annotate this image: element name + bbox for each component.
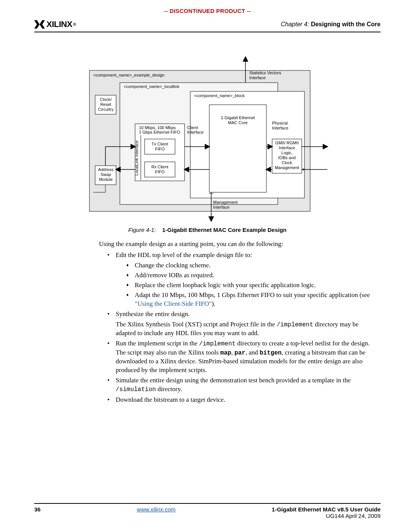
code-implement-dir: /implement: [199, 340, 236, 347]
label-rx-fifo: FIFO: [155, 169, 164, 174]
xilinx-logo: XILINX ®: [34, 19, 76, 29]
label-physical-interface: Interface: [272, 126, 288, 130]
label-example-design: <component_name>_example_design: [93, 73, 164, 77]
label-physical: Physical: [272, 121, 288, 125]
page-footer: 36 www.xilinx.com 1-Gigabit Ethernet MAC…: [34, 503, 381, 519]
svg-marker-0: [34, 20, 40, 29]
list-item: Change the clocking scheme.: [126, 261, 377, 270]
figure-title: 1-Gigabit Ethernet MAC Core Example Desi…: [162, 227, 287, 233]
list-item: Download the bitstream to a target devic…: [107, 396, 377, 404]
list-item-text: Adapt the 10 Mbps, 100 Mbps, 1 Gbps Ethe…: [135, 291, 370, 299]
label-clock: Clock/: [100, 97, 112, 102]
doc-id: UG144 April 24, 2009: [272, 513, 381, 519]
block-diagram: <component_name>_example_design Statisti…: [86, 55, 329, 223]
list-item-text: ,: [231, 349, 235, 356]
label-module: Module: [99, 177, 113, 182]
list-item-text: Change the clocking scheme.: [135, 262, 210, 269]
doc-title: 1-Gigabit Ethernet MAC v8.5 User Guide: [272, 506, 381, 513]
link-client-side-fifo[interactable]: "Using the Client-Side FIFO": [135, 300, 212, 307]
label-gmii-interface: Interface: [279, 145, 295, 150]
chapter-title: Designing with the Core: [311, 21, 381, 27]
list-item-text: Download the bitstream to a target devic…: [116, 396, 225, 403]
label-mac-core-l2: MAC Core: [228, 120, 247, 125]
list-item-text: Run the implement script in the: [116, 340, 199, 347]
label-mgmt: Management: [213, 200, 237, 204]
label-tx-fifo: FIFO: [155, 147, 164, 151]
label-mgmt-interface: Interface: [213, 205, 229, 209]
label-fifo-speed: 10 Mbps, 100 Mbps: [139, 125, 176, 130]
code-par: par: [234, 350, 245, 356]
page: -- DISCONTINUED PRODUCT -- XILINX ® Chap…: [0, 0, 411, 532]
code-map: map: [220, 350, 231, 356]
list-item: Add/remove IOBs as required.: [126, 271, 377, 280]
list-item: Run the implement script in the /impleme…: [107, 339, 377, 375]
list-item-text: Synthesize the entire design.: [116, 310, 190, 318]
page-number: 36: [34, 506, 41, 513]
label-locallink: <component_name>_locallink: [124, 84, 180, 89]
code-bitgen: bitgen: [260, 350, 282, 356]
code-simulation-dir: /simulation: [116, 386, 156, 393]
label-locallink-interface: LocalLink Interface: [134, 141, 139, 176]
code-implement-dir: /implement: [277, 321, 313, 328]
list-item: Adapt the 10 Mbps, 100 Mbps, 1 Gbps Ethe…: [126, 291, 377, 308]
xilinx-logo-text: XILINX: [46, 19, 72, 29]
figure-caption: Figure 4-1: 1-Gigabit Ethernet MAC Core …: [86, 227, 329, 233]
svg-marker-1: [40, 20, 45, 29]
label-gmii-logic: Logic,: [281, 150, 292, 155]
figure-label: Figure 4-1:: [128, 227, 156, 233]
list-item-text: Simulate the entire design using the dem…: [116, 377, 351, 384]
chapter-heading: Chapter 4: Designing with the Core: [281, 21, 381, 28]
label-rx-client: Rx Client: [151, 165, 169, 169]
label-client-interface: Interface: [187, 130, 204, 134]
label-gmii-mgmt: Management: [275, 165, 299, 170]
label-swap: Swap: [100, 172, 111, 177]
list-item-text: ).: [212, 300, 215, 307]
chapter-label: Chapter 4:: [281, 21, 309, 27]
discontinued-banner: -- DISCONTINUED PRODUCT --: [34, 8, 381, 14]
list-item-text: Add/remove IOBs as required.: [135, 272, 214, 279]
list-item-text: Replace the client loopback logic with y…: [135, 281, 316, 289]
list-item: Edit the HDL top level of the example de…: [107, 251, 377, 308]
xilinx-logo-icon: [34, 20, 45, 29]
label-gmii: GMII/ RGMII: [275, 141, 299, 145]
label-mac-core-l1: 1-Gigabit Ethernet: [221, 115, 255, 120]
sub-list: Change the clocking scheme. Add/remove I…: [116, 261, 377, 308]
label-block: <component_name>_block: [194, 93, 245, 98]
label-client: Client: [187, 125, 198, 130]
label-circuitry: Circuitry: [98, 107, 114, 112]
list-item: Synthesize the entire design. The Xilinx…: [107, 310, 377, 338]
label-stats-vectors: Statistics Vectors: [249, 70, 281, 75]
main-list: Edit the HDL top level of the example de…: [99, 251, 377, 404]
list-item-text: , and: [245, 349, 260, 356]
page-header: XILINX ® Chapter 4: Designing with the C…: [34, 19, 381, 32]
body-text: Using the example design as a starting p…: [99, 240, 377, 404]
list-item: Simulate the entire design using the dem…: [107, 376, 377, 394]
list-item-text: Edit the HDL top level of the example de…: [116, 251, 252, 259]
label-gmii-clock: Clock: [282, 160, 292, 165]
registered-icon: ®: [73, 22, 76, 27]
figure-4-1: <component_name>_example_design Statisti…: [86, 55, 329, 233]
list-item: Replace the client loopback logic with y…: [126, 281, 377, 290]
footer-right: 1-Gigabit Ethernet MAC v8.5 User Guide U…: [272, 506, 381, 519]
intro-paragraph: Using the example design as a starting p…: [99, 240, 377, 249]
label-reset: Reset: [100, 102, 112, 107]
label-fifo-name: 1 Gbps Ethernet FIFO: [139, 130, 180, 134]
label-stats-interface: Interface: [249, 75, 266, 80]
list-item-text: directory.: [156, 385, 182, 393]
footer-url-link[interactable]: www.xilinx.com: [137, 506, 176, 513]
label-address: Address: [98, 167, 114, 172]
label-gmii-iobs: IOBs and: [278, 155, 296, 160]
list-item-text: The Xilinx Synthesis Tool (XST) script a…: [116, 321, 277, 328]
label-tx-client: Tx Client: [151, 142, 168, 146]
